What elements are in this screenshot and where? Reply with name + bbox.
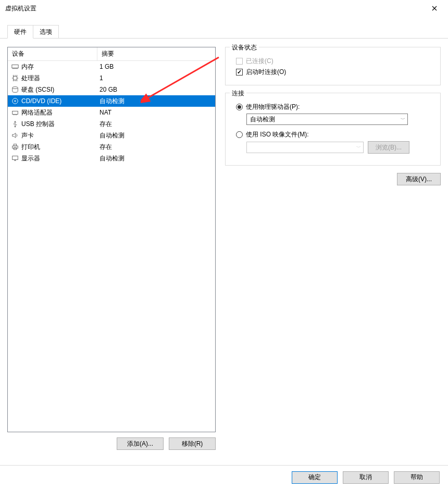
- close-icon: [432, 4, 437, 12]
- device-row[interactable]: 硬盘 (SCSI) 20 GB: [8, 84, 215, 95]
- advanced-button[interactable]: 高级(V)...: [397, 173, 441, 185]
- svg-point-3: [13, 98, 18, 104]
- svg-point-6: [15, 126, 16, 127]
- left-panel: 设备 摘要 内存 1 GB 处理器 1 硬盘 (SCSI) 20 GB CD/D…: [7, 47, 216, 450]
- device-row[interactable]: 打印机 存在: [8, 141, 215, 153]
- group-title: 设备状态: [230, 43, 259, 52]
- svg-rect-10: [13, 156, 18, 160]
- device-name: 显示器: [21, 154, 40, 163]
- device-summary: 自动检测: [97, 131, 213, 140]
- connection-group: 连接 使用物理驱动器(P): 自动检测 ﹀ 使用 ISO 映像文件(M): ﹀: [225, 93, 441, 166]
- use-physical-radio-row[interactable]: 使用物理驱动器(P):: [236, 103, 434, 111]
- use-iso-label: 使用 ISO 映像文件(M):: [246, 130, 309, 139]
- device-row[interactable]: 声卡 自动检测: [8, 130, 215, 141]
- window-title: 虚拟机设置: [5, 4, 36, 13]
- device-name: USB 控制器: [21, 120, 55, 129]
- connect-poweron-checkbox-row[interactable]: ✓ 启动时连接(O): [236, 68, 434, 77]
- device-summary: 自动检测: [97, 154, 213, 163]
- device-list: 设备 摘要 内存 1 GB 处理器 1 硬盘 (SCSI) 20 GB CD/D…: [7, 47, 216, 432]
- device-summary: 自动检测: [97, 97, 213, 106]
- close-button[interactable]: [426, 0, 443, 17]
- device-name: 声卡: [21, 131, 34, 140]
- device-summary: 1 GB: [97, 63, 213, 70]
- device-row[interactable]: USB 控制器 存在: [8, 118, 215, 130]
- add-button[interactable]: 添加(A)...: [117, 437, 164, 450]
- tab-row: 硬件 选项: [0, 25, 448, 39]
- device-summary: 1: [97, 74, 213, 82]
- right-panel: 设备状态 已连接(C) ✓ 启动时连接(O) 连接 使用物理驱动器(P): 自动…: [225, 47, 441, 450]
- radio-icon: [236, 131, 243, 138]
- device-row[interactable]: 网络适配器 NAT: [8, 107, 215, 118]
- device-summary: 20 GB: [97, 86, 213, 93]
- sound-icon: [11, 131, 19, 140]
- svg-rect-8: [14, 144, 16, 146]
- cd-icon: [11, 97, 19, 105]
- connected-label: 已连接(C): [246, 57, 273, 66]
- iso-path-input[interactable]: ﹀: [246, 142, 364, 153]
- device-summary: 存在: [97, 143, 213, 152]
- device-row[interactable]: 处理器 1: [8, 72, 215, 84]
- device-name: 硬盘 (SCSI): [21, 85, 54, 94]
- iso-row: ﹀ 浏览(B)...: [246, 141, 434, 154]
- group-title: 连接: [230, 89, 246, 98]
- device-name: 内存: [21, 62, 34, 71]
- chevron-down-icon: ﹀: [401, 116, 405, 123]
- physical-drive-select[interactable]: 自动检测 ﹀: [246, 114, 408, 125]
- help-button[interactable]: 帮助: [394, 471, 440, 484]
- radio-icon: [236, 104, 243, 110]
- tab-hardware[interactable]: 硬件: [7, 25, 33, 39]
- svg-rect-1: [14, 77, 17, 80]
- left-buttons: 添加(A)... 移除(R): [7, 437, 216, 450]
- dialog-footer: 确定 取消 帮助: [0, 465, 448, 489]
- chevron-down-icon: ﹀: [356, 144, 361, 151]
- advanced-row: 高级(V)...: [225, 173, 441, 185]
- cpu-icon: [11, 74, 19, 82]
- hdd-icon: [11, 85, 19, 94]
- list-header: 设备 摘要: [8, 47, 215, 61]
- svg-point-4: [15, 101, 16, 102]
- device-name: 网络适配器: [21, 108, 53, 117]
- browse-button[interactable]: 浏览(B)...: [368, 141, 409, 154]
- device-row[interactable]: 显示器 自动检测: [8, 153, 215, 164]
- tab-label: 选项: [40, 28, 52, 35]
- physical-drive-value: 自动检测: [250, 115, 275, 124]
- device-summary: 存在: [97, 120, 213, 129]
- col-device[interactable]: 设备: [8, 47, 97, 61]
- device-row[interactable]: 内存 1 GB: [8, 61, 215, 72]
- net-icon: [11, 108, 19, 117]
- connected-checkbox-row: 已连接(C): [236, 57, 434, 66]
- use-iso-radio-row[interactable]: 使用 ISO 映像文件(M):: [236, 130, 434, 139]
- remove-button[interactable]: 移除(R): [169, 437, 216, 450]
- physical-drive-select-wrap: 自动检测 ﹀: [246, 114, 434, 125]
- device-name: CD/DVD (IDE): [21, 97, 61, 105]
- col-summary[interactable]: 摘要: [97, 47, 215, 61]
- tab-options[interactable]: 选项: [33, 25, 59, 38]
- use-physical-label: 使用物理驱动器(P):: [246, 103, 300, 111]
- cancel-button[interactable]: 取消: [343, 471, 389, 484]
- connect-poweron-label: 启动时连接(O): [246, 68, 286, 77]
- device-name: 处理器: [21, 74, 40, 83]
- checkbox-icon: ✓: [236, 69, 243, 76]
- device-status-group: 设备状态 已连接(C) ✓ 启动时连接(O): [225, 47, 441, 85]
- ok-button[interactable]: 确定: [292, 471, 338, 484]
- checkbox-icon: [236, 58, 243, 65]
- device-name: 打印机: [21, 143, 40, 152]
- display-icon: [11, 154, 19, 162]
- titlebar: 虚拟机设置: [0, 0, 448, 17]
- svg-point-2: [13, 87, 18, 89]
- device-summary: NAT: [97, 109, 213, 116]
- usb-icon: [11, 120, 19, 128]
- svg-rect-0: [12, 65, 18, 68]
- tab-label: 硬件: [14, 28, 27, 35]
- svg-rect-5: [13, 111, 18, 114]
- device-row[interactable]: CD/DVD (IDE) 自动检测: [8, 95, 215, 107]
- memory-icon: [11, 62, 19, 71]
- content-area: 设备 摘要 内存 1 GB 处理器 1 硬盘 (SCSI) 20 GB CD/D…: [0, 39, 448, 450]
- list-body: 内存 1 GB 处理器 1 硬盘 (SCSI) 20 GB CD/DVD (ID…: [8, 61, 215, 432]
- printer-icon: [11, 143, 19, 151]
